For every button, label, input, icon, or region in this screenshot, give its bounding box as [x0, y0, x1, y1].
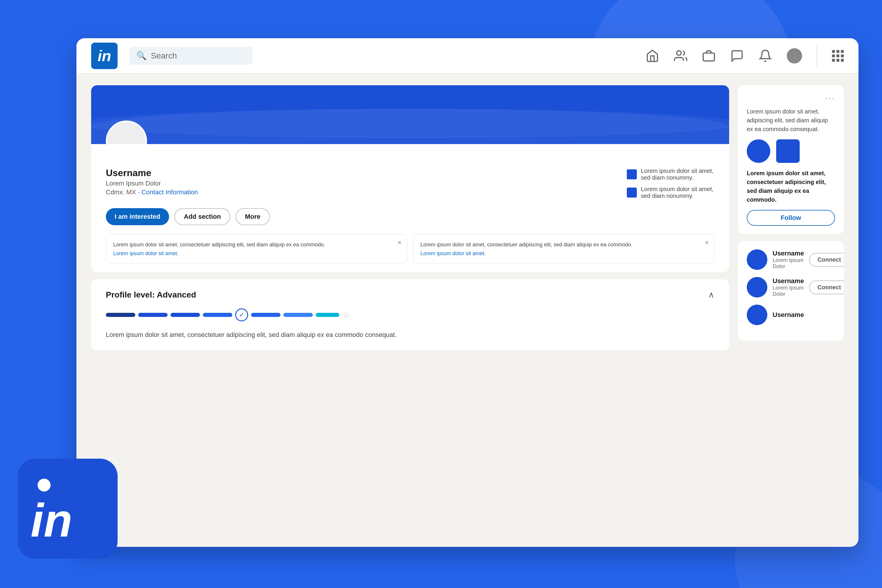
location-separator: ·	[138, 189, 141, 196]
person-avatar-3	[747, 304, 767, 325]
person-item-1: Username Lorem Ipsum Dolor Connect	[747, 249, 835, 270]
level-header: Profile level: Advanced ∧	[106, 290, 714, 300]
profile-level-card: Profile level: Advanced ∧ ✓ ☆ Lorem ipsu…	[91, 279, 729, 351]
close-icon-2[interactable]: ×	[705, 238, 709, 247]
people-you-may-know-card: Username Lorem Ipsum Dolor Connect Usern…	[738, 241, 844, 340]
person-item-2: Username Lorem Ipsum Dolor Connect	[747, 277, 835, 297]
sidebar-card-header: ···	[747, 93, 835, 103]
notification-card-2: × Lorem ipsum dolor sit amet, consectetu…	[413, 234, 714, 263]
home-icon[interactable]	[646, 49, 659, 63]
profile-location: Cdmx. MX · Contact Information	[106, 189, 198, 196]
badge-icon-1	[627, 170, 637, 179]
notif-link-1[interactable]: Lorem ipsum dolor sit amet.	[113, 250, 400, 256]
close-icon-1[interactable]: ×	[398, 238, 402, 247]
progress-seg-4	[203, 313, 232, 317]
sidebar-ad-card: ··· Lorem ipsum dolor sit amet, adipisci…	[738, 85, 844, 234]
notif-text-1: Lorem ipsum dolor sit amet, consectetuer…	[113, 241, 400, 249]
user-avatar-nav[interactable]	[787, 48, 802, 63]
briefcase-icon[interactable]	[702, 49, 716, 63]
search-icon: 🔍	[136, 51, 147, 61]
progress-check-icon: ✓	[235, 308, 248, 321]
interested-button[interactable]: I am interested	[106, 208, 169, 225]
person-name-2: Username	[772, 277, 804, 285]
progress-bar: ✓ ☆	[106, 308, 714, 321]
badge-icon-2	[627, 188, 637, 198]
profile-banner	[91, 85, 729, 144]
contact-info-link[interactable]: Contact Information	[141, 189, 198, 196]
notification-cards: × Lorem ipsum dolor sit amet, consectetu…	[91, 234, 729, 272]
browser-window: in 🔍 Search	[76, 38, 858, 547]
more-button[interactable]: More	[236, 208, 270, 225]
linkedin-logo-large: in	[18, 459, 118, 559]
profile-info: Username Lorem Ipsum Dolor Cdmx. MX · Co…	[91, 144, 729, 208]
person-info-1: Username Lorem Ipsum Dolor	[772, 250, 804, 270]
bell-icon[interactable]	[759, 49, 772, 63]
person-avatar-2	[747, 277, 767, 297]
search-input[interactable]: Search	[151, 51, 177, 61]
center-column: Username Lorem Ipsum Dolor Cdmx. MX · Co…	[91, 85, 729, 535]
main-content: Username Lorem Ipsum Dolor Cdmx. MX · Co…	[76, 74, 858, 547]
level-title: Profile level: Advanced	[106, 290, 196, 300]
profile-actions: I am interested Add section More	[91, 208, 729, 234]
search-bar[interactable]: 🔍 Search	[129, 47, 253, 64]
profile-subtitle: Lorem Ipsum Dolor	[106, 180, 198, 187]
person-title-1: Lorem Ipsum Dolor	[772, 257, 804, 270]
badge-text-1: Lorem ipsum dolor sit amet, sed diam non…	[641, 168, 714, 181]
follow-button[interactable]: Follow	[747, 210, 835, 226]
connect-button-2[interactable]: Connect	[809, 280, 844, 294]
sidebar-logo-circle	[747, 140, 770, 163]
person-item-3: Username	[747, 304, 835, 325]
person-avatar-1	[747, 249, 767, 270]
three-dots-icon[interactable]: ···	[825, 93, 835, 103]
nav-divider	[817, 46, 818, 66]
badge-text-2: Lorem ipsum dolor sit amet, sed diam non…	[641, 186, 714, 200]
notification-card-1: × Lorem ipsum dolor sit amet, consectetu…	[106, 234, 407, 263]
svg-rect-1	[703, 53, 714, 61]
progress-seg-7	[316, 313, 339, 317]
right-sidebar: ··· Lorem ipsum dolor sit amet, adipisci…	[738, 85, 844, 535]
person-name-1: Username	[772, 250, 804, 257]
chat-icon[interactable]	[730, 49, 744, 63]
chevron-up-icon[interactable]: ∧	[708, 290, 714, 300]
badge-item-2: Lorem ipsum dolor sit amet, sed diam non…	[627, 186, 714, 200]
navbar: in 🔍 Search	[76, 38, 858, 74]
notif-link-2[interactable]: Lorem ipsum dolor sit amet.	[420, 250, 707, 256]
profile-text: Username Lorem Ipsum Dolor Cdmx. MX · Co…	[106, 168, 198, 196]
people-icon[interactable]	[674, 49, 687, 63]
progress-seg-5	[251, 313, 280, 317]
progress-seg-3	[171, 313, 200, 317]
sidebar-logo-square	[776, 140, 800, 163]
person-info-2: Username Lorem Ipsum Dolor	[772, 277, 804, 297]
apps-grid-icon[interactable]	[832, 50, 844, 62]
notif-text-2: Lorem ipsum dolor sit amet, consectetuer…	[420, 241, 707, 249]
sidebar-ad-text: Lorem ipsum dolor sit amet, adipiscing e…	[747, 107, 835, 134]
connect-button-1[interactable]: Connect	[809, 253, 844, 267]
banner-wave2	[91, 109, 729, 138]
progress-seg-2	[138, 313, 168, 317]
profile-badges: Lorem ipsum dolor sit amet, sed diam non…	[627, 168, 714, 200]
person-info-3: Username	[772, 311, 835, 319]
add-section-button[interactable]: Add section	[174, 208, 230, 225]
badge-item-1: Lorem ipsum dolor sit amet, sed diam non…	[627, 168, 714, 181]
profile-card: Username Lorem Ipsum Dolor Cdmx. MX · Co…	[91, 85, 729, 272]
sidebar-logos	[747, 140, 835, 163]
navbar-logo: in	[91, 43, 118, 69]
svg-point-0	[677, 51, 681, 55]
logo-dot	[38, 478, 51, 492]
nav-icons	[646, 46, 844, 66]
navbar-logo-text: in	[98, 47, 111, 64]
progress-seg-6	[284, 313, 313, 317]
level-description: Lorem ipsum dolor sit amet, consectetuer…	[106, 330, 714, 340]
star-icon[interactable]: ☆	[342, 310, 350, 320]
logo-in-text: in	[31, 497, 72, 544]
person-title-2: Lorem Ipsum Dolor	[772, 285, 804, 297]
profile-name: Username	[106, 168, 198, 178]
person-name-3: Username	[772, 311, 835, 319]
location-text: Cdmx. MX	[106, 189, 136, 196]
progress-seg-1	[106, 313, 135, 317]
sidebar-card-desc: Lorem ipsum dolor sit amet, consectetuer…	[747, 169, 835, 204]
